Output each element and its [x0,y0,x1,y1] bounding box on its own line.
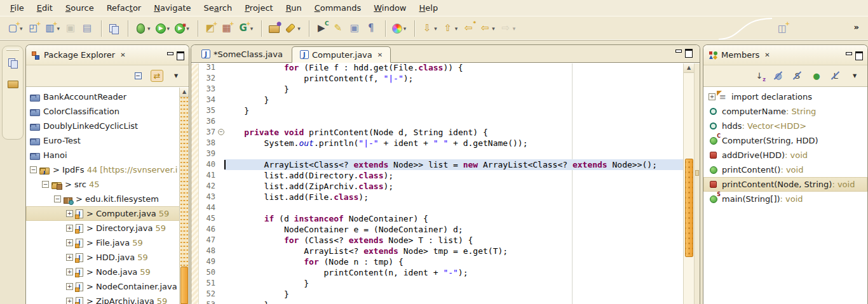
code-text[interactable]: list.add(File.class); [224,192,700,202]
line-number[interactable]: 46 [200,224,219,235]
line-number[interactable]: 43 [200,192,219,202]
new-wizard-button[interactable]: ◰+ [26,21,41,36]
fold-ruler[interactable] [219,63,224,73]
tree-item-hanoi[interactable]: Hanoi [26,148,189,162]
collapse-toggle[interactable]: − [30,166,37,173]
code-text[interactable]: private void printContent(Node d, String… [224,127,700,138]
code-text[interactable]: } [224,84,700,95]
collapse-toggle[interactable]: − [42,181,49,188]
search-button[interactable]: ▾ [283,21,302,36]
code-line-53[interactable]: 53 } [200,300,700,304]
scrollbar-thumb[interactable] [685,159,693,257]
code-text[interactable]: for (Class<? extends Node> T : list) { [224,235,700,246]
code-line-46[interactable]: 46 NodeContainer e = (NodeContainer) d; [200,224,700,235]
restore-view-button[interactable] [4,55,21,71]
profile-button[interactable]: ▶C [314,21,329,36]
fold-ruler[interactable] [219,192,224,202]
open-perspective-button[interactable]: ◫+ [775,21,790,36]
menu-run[interactable]: Run [280,1,308,15]
hide-local-types-button[interactable]: L [829,70,842,82]
code-text[interactable]: printContent(f, "|-"); [224,73,700,84]
code-line-43[interactable]: 43 list.add(File.class); [200,192,700,202]
new-view-button[interactable]: ▥+▾ [43,21,62,36]
code-text[interactable]: list.add(Directory.class); [224,170,700,181]
expand-toggle[interactable]: + [66,254,73,261]
open-resource-button[interactable]: ● [266,21,281,36]
line-number[interactable]: 48 [200,246,219,256]
fold-ruler[interactable] [219,246,224,256]
fast-view-folder-button[interactable] [4,75,21,91]
tree-item-edu-kit-filesystem[interactable]: −> edu.kit.filesystem [26,192,189,206]
sort-button[interactable]: ↓z [753,70,766,82]
code-text[interactable] [224,149,700,159]
close-tab-button[interactable]: ✕ [377,51,383,58]
tree-item-ziparchiv-java[interactable]: +J> ZipArchiv.java59 [26,294,189,304]
code-text[interactable]: printContent(n, ident + "-"); [224,267,700,278]
line-number[interactable]: 42 [200,181,219,192]
tree-item-nodecontainer-java[interactable]: +J> NodeContainer.java59 [26,279,189,294]
code-line-40[interactable]: 40 ArrayList<Class<? extends Node>> list… [200,159,700,170]
fold-ruler[interactable] [219,149,224,159]
run-button[interactable]: ▶▾ [154,22,172,36]
code-line-34[interactable]: 34 } [200,95,700,105]
code-line-37[interactable]: 37− private void printContent(Node d, St… [200,127,700,138]
line-number[interactable]: 44 [200,202,219,213]
menu-refactor[interactable]: Refactor [100,1,148,15]
expand-toggle[interactable]: + [66,210,73,217]
tree-item-doublylinkedcycliclist[interactable]: DoublyLinkedCyclicList [26,119,189,133]
menu-help[interactable]: Help [413,1,445,15]
code-line-49[interactable]: 49 for (Node n : tmp) { [200,256,700,267]
fast-view-handle[interactable] [6,49,19,51]
expand-toggle[interactable]: + [66,298,73,304]
fold-ruler[interactable]: − [219,127,224,138]
maximize-button[interactable] [177,51,184,58]
tree-item-src[interactable]: −> src45 [26,177,189,192]
code-line-41[interactable]: 41 list.add(Directory.class); [200,170,700,181]
editor-scrollbar[interactable]: ▲ [683,63,694,304]
color-palette-button[interactable]: ▾ [390,22,409,36]
fold-ruler[interactable] [219,95,224,105]
member-item-import-declarations[interactable]: +import declarations [703,89,867,104]
menu-commands[interactable]: Commands [308,1,368,15]
line-number[interactable]: 52 [200,289,219,300]
code-text[interactable]: } [224,105,700,116]
code-text[interactable]: } [224,95,700,105]
show-source-of-selected-button[interactable]: ▣ [347,21,362,36]
overview-ruler[interactable] [694,63,700,304]
line-number[interactable]: 36 [200,116,219,127]
fold-ruler[interactable] [219,181,224,192]
run-external-button[interactable]: ▶▪▾ [173,22,191,36]
show-whitespace-button[interactable]: ¶ [363,21,379,36]
collapse-toggle[interactable]: − [54,195,61,202]
maximize-button[interactable] [855,51,862,58]
code-line-45[interactable]: 45 if (d instanceof NodeContainer) { [200,213,700,224]
mark-occurrences-button[interactable]: ✎ [330,21,346,36]
menu-search[interactable]: Search [198,1,239,15]
fold-ruler[interactable] [219,213,224,224]
fold-ruler[interactable] [219,224,224,235]
code-text[interactable]: NodeContainer e = (NodeContainer) d; [224,224,700,235]
menu-file[interactable]: File [4,1,31,15]
code-line-50[interactable]: 50 printContent(n, ident + "-"); [200,267,700,278]
line-number[interactable]: 39 [200,149,219,159]
fold-ruler[interactable] [219,202,224,213]
code-line-38[interactable]: 38 System.out.println("|-" + ident + " "… [200,138,700,149]
expand-toggle[interactable]: + [709,93,715,100]
code-line-36[interactable]: 36 [200,116,700,127]
view-menu-button[interactable]: ▼ [170,70,182,82]
code-line-31[interactable]: 31 for (File f : hdd.get(File.class)) { [200,63,700,73]
line-number[interactable]: 41 [200,170,219,181]
new-junit-wizard-button[interactable]: ▦+ [219,21,234,36]
menu-navigate[interactable]: Navigate [147,1,197,15]
minimize-button[interactable] [675,49,682,56]
line-number[interactable]: 31 [200,63,219,73]
tree-item-hdd-java[interactable]: +J> HDD.java59 [26,250,189,265]
code-text[interactable]: } [224,278,700,289]
code-line-48[interactable]: 48 ArrayList<? extends Node> tmp = e.get… [200,246,700,256]
member-item-computername[interactable]: computerName : String [703,104,867,119]
code-text[interactable]: list.add(ZipArchiv.class); [224,181,700,192]
code-line-33[interactable]: 33 } [200,84,700,95]
expand-toggle[interactable]: + [66,239,73,246]
code-text[interactable]: } [224,289,700,300]
expand-toggle[interactable]: + [66,283,73,290]
